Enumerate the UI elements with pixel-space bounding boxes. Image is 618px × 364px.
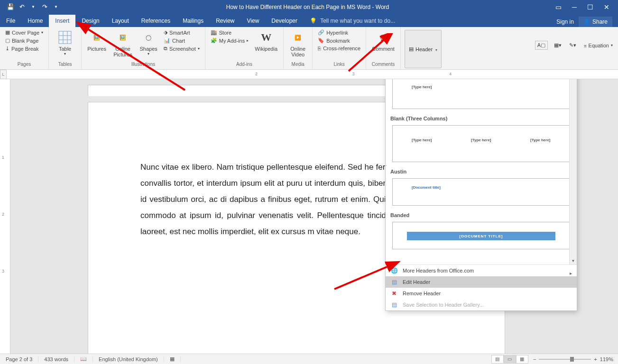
signature-shortcut[interactable]: ✎▾ <box>568 42 578 49</box>
gallery-item-label: Austin <box>386 167 577 176</box>
view-buttons: ▤ ▭ ▦ <box>491 355 528 364</box>
cross-reference-button[interactable]: ⎘Cross-reference <box>316 45 362 52</box>
online-pictures-button[interactable]: 🖼️Online Pictures <box>111 29 135 62</box>
group-links: 🔗Hyperlink 🔖Bookmark ⎘Cross-reference Li… <box>313 27 366 69</box>
save-icon[interactable]: 💾 <box>7 3 14 11</box>
pi-icon: π <box>584 43 587 48</box>
page-break-button[interactable]: ⤓Page Break <box>4 45 45 52</box>
edit-icon: ▤ <box>390 278 398 286</box>
tab-references[interactable]: References <box>135 15 176 27</box>
status-language[interactable]: English (United Kingdom) <box>93 356 164 362</box>
tab-developer[interactable]: Developer <box>265 15 304 27</box>
scroll-down-icon[interactable]: ▼ <box>570 257 577 264</box>
status-proofing-icon[interactable]: 📖 <box>74 356 93 362</box>
shapes-button[interactable]: ◯Shapes▾ <box>138 29 159 62</box>
bookmark-icon: 🔖 <box>318 37 324 44</box>
gallery-item-blank[interactable]: [Type here] <box>392 79 570 109</box>
redo-icon[interactable]: ↷ <box>41 3 48 11</box>
status-words[interactable]: 433 words <box>38 356 74 362</box>
status-page[interactable]: Page 2 of 3 <box>0 356 38 362</box>
close-icon[interactable]: ✕ <box>604 3 609 11</box>
undo-caret-icon[interactable]: ▼ <box>29 3 37 11</box>
gallery-scrollbar[interactable]: ▲ ▼ <box>569 79 577 264</box>
title-bar: 💾 ↶ ▼ ↷ ▼ How to Have Different Header o… <box>0 0 618 14</box>
edit-header-command[interactable]: ▤ Edit Header <box>386 276 577 288</box>
share-label: Share <box>592 18 608 25</box>
table-button[interactable]: Table▾ <box>53 29 77 62</box>
store-button[interactable]: 🏬Store <box>209 29 250 36</box>
more-headers-command[interactable]: 🌐 More Headers from Office.com <box>386 265 577 276</box>
bookmark-button[interactable]: 🔖Bookmark <box>316 37 362 44</box>
horizontal-ruler-area: L 1 2 3 4 <box>0 70 618 79</box>
header-dropdown-button[interactable]: ▤ Header <box>405 30 442 68</box>
smartart-button[interactable]: ⬗SmartArt <box>162 29 201 36</box>
save-selection-command: ▤ Save Selection to Header Gallery... <box>386 299 577 310</box>
vertical-ruler[interactable]: 1 2 3 <box>0 79 10 364</box>
tab-view[interactable]: View <box>241 15 266 27</box>
gallery-item-austin[interactable]: [Document title] <box>392 178 570 206</box>
ribbon: ▦Cover Page▾ ▢Blank Page ⤓Page Break Pag… <box>0 27 618 70</box>
undo-icon[interactable]: ↶ <box>18 3 26 11</box>
view-web-icon[interactable]: ▦ <box>516 355 528 364</box>
gallery-scroll-area: Blank [Type here] Blank (Three Columns) … <box>386 79 577 264</box>
maximize-icon[interactable]: ☐ <box>587 3 593 11</box>
store-icon: 🏬 <box>211 29 217 36</box>
status-macro-icon[interactable]: ▦ <box>164 356 181 362</box>
zoom-in-button[interactable]: + <box>594 356 597 362</box>
zoom-control: − + 119% <box>533 356 613 362</box>
wikipedia-button[interactable]: WWikipedia <box>253 29 279 62</box>
tab-review[interactable]: Review <box>210 15 240 27</box>
break-icon: ⤓ <box>5 46 9 52</box>
tab-layout[interactable]: Layout <box>106 15 135 27</box>
group-tables: Table▾ Tables <box>49 27 82 69</box>
zoom-slider[interactable] <box>539 359 591 360</box>
qat-custom-caret-icon[interactable]: ▼ <box>52 3 60 11</box>
remove-header-command[interactable]: ✖ Remove Header <box>386 288 577 299</box>
comment-icon: 💬 <box>376 30 391 45</box>
gallery-item-banded[interactable]: [DOCUMENT TITLE] <box>392 222 570 249</box>
page-icon: ▢ <box>5 37 10 44</box>
gallery-item-blank-three[interactable]: [Type here] [Type here] [Type here] <box>392 125 570 162</box>
quickparts-shortcut[interactable]: ▦▾ <box>553 42 563 49</box>
tell-me[interactable]: 💡 Tell me what you want to do... <box>304 15 401 27</box>
tab-insert[interactable]: Insert <box>49 15 75 27</box>
tell-me-label: Tell me what you want to do... <box>320 18 395 24</box>
pictures-button[interactable]: 🖼️Pictures <box>85 29 108 62</box>
textbox-shortcut[interactable]: A▢ <box>535 41 548 50</box>
chart-button[interactable]: 📊Chart <box>162 37 201 44</box>
tab-mailings[interactable]: Mailings <box>176 15 210 27</box>
my-addins-button[interactable]: 🧩My Add-ins▸ <box>209 37 250 44</box>
group-pages: ▦Cover Page▾ ▢Blank Page ⤓Page Break Pag… <box>0 27 49 69</box>
equation-button[interactable]: πEquation▾ <box>582 42 614 49</box>
ribbon-display-icon[interactable]: ▭ <box>555 3 562 11</box>
tab-file[interactable]: File <box>0 15 21 27</box>
ruler-tab-selector[interactable]: L <box>0 70 7 79</box>
signin-link[interactable]: Sign in <box>556 18 574 25</box>
zoom-out-button[interactable]: − <box>533 356 536 362</box>
cover-page-button[interactable]: ▦Cover Page▾ <box>4 29 45 36</box>
hyperlink-button[interactable]: 🔗Hyperlink <box>316 29 362 36</box>
group-addins: 🏬Store 🧩My Add-ins▸ WWikipedia Add-ins <box>205 27 284 69</box>
comment-button[interactable]: 💬Comment <box>370 29 397 62</box>
share-button[interactable]: 👤 Share <box>579 17 612 27</box>
minimize-icon[interactable]: ─ <box>572 3 577 11</box>
gallery-footer: 🌐 More Headers from Office.com ▤ Edit He… <box>386 264 577 310</box>
chevron-down-icon <box>434 46 437 52</box>
remove-icon: ✖ <box>390 290 398 297</box>
ribbon-tabs: File Home Insert Design Layout Reference… <box>0 14 618 27</box>
zoom-value[interactable]: 119% <box>600 356 613 362</box>
view-print-icon[interactable]: ▭ <box>504 355 516 364</box>
view-read-icon[interactable]: ▤ <box>491 355 504 364</box>
tab-home[interactable]: Home <box>21 15 49 27</box>
blank-page-button[interactable]: ▢Blank Page <box>4 37 45 44</box>
screenshot-button[interactable]: ⧉Screenshot▾ <box>162 45 201 52</box>
share-icon: 👤 <box>583 18 590 25</box>
online-video-button[interactable]: ▶️Online Video <box>287 29 308 62</box>
status-bar: Page 2 of 3 433 words 📖 English (United … <box>0 354 618 364</box>
horizontal-ruler[interactable]: 1 2 3 4 <box>85 71 571 78</box>
group-symbols: A▢ ▦▾ ✎▾ πEquation▾ <box>531 27 618 69</box>
online-picture-icon: 🖼️ <box>115 30 130 45</box>
picture-icon: 🖼️ <box>89 30 104 45</box>
tab-design[interactable]: Design <box>75 15 105 27</box>
lightbulb-icon: 💡 <box>310 18 317 24</box>
